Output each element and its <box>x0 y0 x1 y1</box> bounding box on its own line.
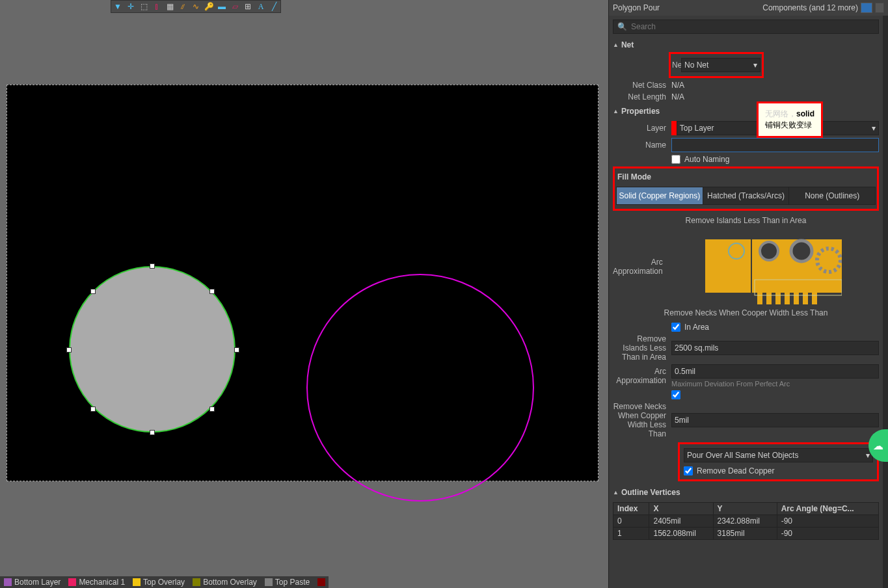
name-label: Name <box>613 140 671 150</box>
panel-body: 🔍 ▲Net Net No Net▾ Net ClassN/A Net Leng… <box>609 16 883 588</box>
arc-approx-label: Arc Approximation <box>613 367 671 385</box>
layer-tab[interactable]: Top Overlay <box>129 578 189 587</box>
table-row[interactable]: 11562.088mil3185mil-90 <box>613 528 879 540</box>
panel-header: Polygon Pour Components (and 12 more) <box>609 0 888 16</box>
layer-tab[interactable]: Top Paste <box>261 578 314 587</box>
resize-handle[interactable] <box>209 289 215 294</box>
col-index[interactable]: Index <box>613 503 649 515</box>
col-x[interactable]: X <box>649 503 713 515</box>
search-input[interactable] <box>631 22 874 31</box>
key-icon[interactable]: 🔑 <box>202 0 215 13</box>
text-icon[interactable]: A <box>254 0 267 13</box>
remove-necks-checkbox[interactable] <box>671 390 680 399</box>
name-input[interactable] <box>671 138 879 152</box>
table-row[interactable]: 02405mil2342.088mil-90 <box>613 515 879 528</box>
pad-icon[interactable]: ▬ <box>215 0 228 13</box>
layer-tab[interactable]: Bottom Layer <box>0 578 64 587</box>
layer-label: Layer <box>613 124 671 133</box>
wave-icon[interactable]: ∿ <box>189 0 202 13</box>
search-icon: 🔍 <box>617 22 627 31</box>
layer-tab[interactable]: Mechanical 1 <box>64 578 129 587</box>
svg-rect-12 <box>812 293 817 304</box>
svg-point-3 <box>760 242 778 260</box>
layer-swatch <box>265 578 273 586</box>
in-area-label: In Area <box>684 323 709 332</box>
drawing-toolbar: ▼ ✛ ⬚ ⫿ ▦ ⫽ ∿ 🔑 ▬ ▱ ⊞ A ╱ <box>111 0 281 13</box>
svg-rect-11 <box>803 293 808 304</box>
net-class-label: Net Class <box>613 81 671 90</box>
filter-button[interactable] <box>861 3 872 13</box>
resize-handle[interactable] <box>66 347 72 353</box>
net-length-label: Net Length <box>613 92 671 101</box>
fill-mode-none[interactable]: None (Outlines) <box>788 187 875 204</box>
fill-mode-diagram: Remove Islands Less Than in Area Arc App… <box>613 216 879 317</box>
layer-swatch <box>68 578 76 586</box>
auto-naming-label: Auto Naming <box>684 155 729 164</box>
pcb-diagram-icon <box>705 228 842 306</box>
col-arc[interactable]: Arc Angle (Neg=C... <box>777 503 878 515</box>
section-fill-mode: Fill Mode <box>616 170 876 184</box>
remove-islands-label: Remove Islands Less Than in Area <box>613 334 671 362</box>
line-icon[interactable]: ╱ <box>267 0 280 13</box>
outline-polygon-circle[interactable] <box>306 274 534 501</box>
arc-approx-input[interactable] <box>671 364 879 379</box>
svg-rect-8 <box>775 293 781 304</box>
remove-dead-checkbox[interactable] <box>684 466 693 475</box>
net-class-value: N/A <box>671 81 879 90</box>
layer-swatch <box>317 578 325 586</box>
layer-tab[interactable]: Bottom Paste <box>314 578 329 587</box>
remove-necks-label: Remove Necks When Copper Width Less Than <box>613 402 671 438</box>
measure-icon[interactable]: ⊞ <box>241 0 254 13</box>
layer-tab[interactable]: Bottom Overlay <box>189 578 261 587</box>
selection-icon[interactable]: ⬚ <box>137 0 150 13</box>
svg-rect-7 <box>766 293 772 304</box>
align-icon[interactable]: ⫿ <box>150 0 163 13</box>
filter-dropdown-icon[interactable] <box>875 3 884 13</box>
layer-swatch <box>133 578 141 586</box>
fill-mode-tabs: Solid (Copper Regions) Hatched (Tracks/A… <box>616 187 876 205</box>
layer-swatch <box>193 578 200 586</box>
svg-rect-6 <box>757 293 762 304</box>
resize-handle[interactable] <box>209 407 215 412</box>
annotation-callout: 无网络，solid 铺铜失败变绿 <box>757 101 823 138</box>
fill-mode-solid[interactable]: Solid (Copper Regions) <box>617 187 703 204</box>
pour-over-select[interactable]: Pour Over All Same Net Objects▾ <box>684 448 873 462</box>
svg-rect-10 <box>794 293 799 304</box>
layer-swatch <box>4 578 12 586</box>
resize-handle[interactable] <box>150 263 155 269</box>
search-box[interactable]: 🔍 <box>613 20 879 34</box>
shape-icon[interactable]: ▱ <box>228 0 241 13</box>
section-net[interactable]: ▲Net <box>613 38 879 52</box>
fill-mode-hatched[interactable]: Hatched (Tracks/Arcs) <box>703 187 789 204</box>
section-properties[interactable]: ▲Properties <box>613 104 879 118</box>
section-outline-vertices[interactable]: ▲Outline Vertices <box>613 485 879 500</box>
in-area-checkbox[interactable] <box>671 323 680 332</box>
svg-point-4 <box>791 241 812 261</box>
filter-icon[interactable]: ▼ <box>111 0 124 13</box>
net-length-value: N/A <box>671 92 879 101</box>
canvas-area: ▼ ✛ ⬚ ⫿ ▦ ⫽ ∿ 🔑 ▬ ▱ ⊞ A ╱ Bottom Layer M… <box>0 0 608 588</box>
panel-title: Polygon Pour <box>613 3 660 12</box>
cloud-icon: ☁ <box>873 440 883 452</box>
component-icon[interactable]: ▦ <box>163 0 176 13</box>
net-label: Net <box>672 60 681 70</box>
remove-islands-input[interactable] <box>671 341 879 355</box>
svg-rect-9 <box>785 293 790 304</box>
resize-handle[interactable] <box>150 430 155 435</box>
resize-handle[interactable] <box>90 289 96 294</box>
route-icon[interactable]: ⫽ <box>176 0 189 13</box>
net-select[interactable]: No Net▾ <box>681 58 760 72</box>
filter-summary: Components (and 12 more) <box>762 3 858 12</box>
layer-tabs: Bottom Layer Mechanical 1 Top Overlay Bo… <box>0 576 329 588</box>
properties-panel: Polygon Pour Components (and 12 more) 🔍 … <box>608 0 888 588</box>
remove-dead-label: Remove Dead Copper <box>697 466 774 475</box>
auto-naming-checkbox[interactable] <box>671 155 680 164</box>
resize-handle[interactable] <box>90 407 96 412</box>
pcb-canvas[interactable] <box>7 85 599 481</box>
vertices-table: Index X Y Arc Angle (Neg=C... 02405mil23… <box>613 502 879 540</box>
crosshair-icon[interactable]: ✛ <box>124 0 137 13</box>
col-y[interactable]: Y <box>713 503 777 515</box>
panel-scrollbar[interactable] <box>883 16 888 588</box>
resize-handle[interactable] <box>234 347 239 353</box>
remove-necks-input[interactable] <box>671 413 879 427</box>
